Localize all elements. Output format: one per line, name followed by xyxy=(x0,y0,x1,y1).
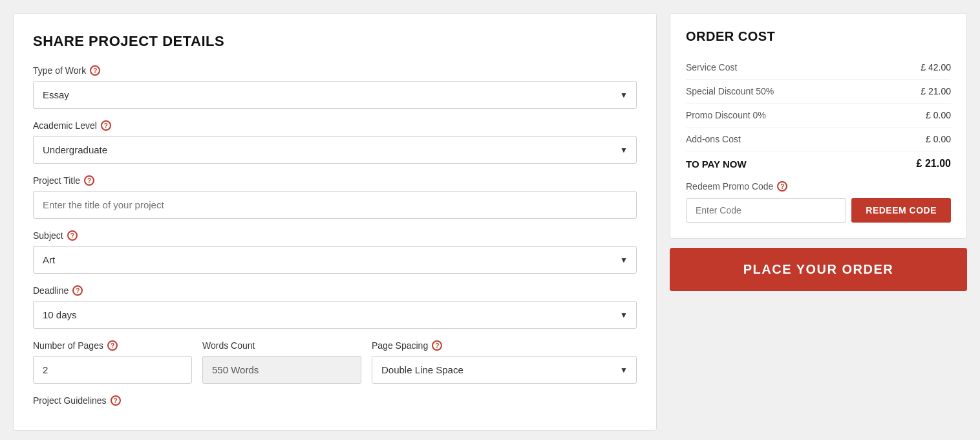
left-panel: SHARE PROJECT DETAILS Type of Work ? Ess… xyxy=(13,13,657,431)
number-of-pages-help-icon[interactable]: ? xyxy=(107,340,118,351)
type-of-work-group: Type of Work ? Essay Research Paper Diss… xyxy=(33,65,637,109)
page-spacing-select[interactable]: Double Line Space Single Line Space xyxy=(372,356,637,384)
deadline-label: Deadline ? xyxy=(33,285,637,296)
words-count-group: Words Count 550 Words xyxy=(202,340,361,384)
promo-help-icon[interactable]: ? xyxy=(777,181,787,192)
deadline-select[interactable]: 10 days 7 days 5 days 3 days 24 hours 12… xyxy=(33,301,637,329)
subject-select-wrapper: Art Biology Chemistry History Mathematic… xyxy=(33,246,637,274)
type-of-work-select[interactable]: Essay Research Paper Dissertation Course… xyxy=(33,81,637,109)
cost-label-service: Service Cost xyxy=(686,62,737,72)
project-title-group: Project Title ? xyxy=(33,175,637,219)
page-spacing-group: Page Spacing ? Double Line Space Single … xyxy=(372,340,637,384)
cost-value-service: £ 42.00 xyxy=(921,62,951,72)
cost-row-total: TO PAY NOW £ 21.00 xyxy=(686,151,951,170)
project-guidelines-group: Project Guidelines ? xyxy=(33,395,637,406)
project-title-label: Project Title ? xyxy=(33,175,637,186)
type-of-work-label: Type of Work ? xyxy=(33,65,637,76)
project-title-input[interactable] xyxy=(33,191,637,219)
words-count-label: Words Count xyxy=(202,340,361,351)
academic-level-help-icon[interactable]: ? xyxy=(101,120,111,131)
subject-label: Subject ? xyxy=(33,230,637,241)
deadline-help-icon[interactable]: ? xyxy=(72,285,83,296)
cost-label-addons: Add-ons Cost xyxy=(686,134,741,144)
cost-row-special-discount: Special Discount 50% £ 21.00 xyxy=(686,80,951,104)
number-of-pages-group: Number of Pages ? xyxy=(33,340,192,384)
academic-level-select-wrapper: Undergraduate High School Master's PhD xyxy=(33,136,637,164)
order-cost-title: ORDER COST xyxy=(686,29,951,44)
promo-code-input[interactable] xyxy=(686,198,846,223)
number-of-pages-label: Number of Pages ? xyxy=(33,340,192,351)
page-spacing-label: Page Spacing ? xyxy=(372,340,637,351)
subject-help-icon[interactable]: ? xyxy=(67,230,78,241)
page-spacing-select-wrapper: Double Line Space Single Line Space xyxy=(372,356,637,384)
deadline-select-wrapper: 10 days 7 days 5 days 3 days 24 hours 12… xyxy=(33,301,637,329)
cost-card: ORDER COST Service Cost £ 42.00 Special … xyxy=(670,13,967,239)
promo-row: REDEEM CODE xyxy=(686,198,951,223)
cost-row-service: Service Cost £ 42.00 xyxy=(686,56,951,80)
cost-value-total: £ 21.00 xyxy=(917,158,951,170)
academic-level-select[interactable]: Undergraduate High School Master's PhD xyxy=(33,136,637,164)
deadline-group: Deadline ? 10 days 7 days 5 days 3 days … xyxy=(33,285,637,329)
type-of-work-help-icon[interactable]: ? xyxy=(90,65,100,76)
redeem-code-button[interactable]: REDEEM CODE xyxy=(851,198,951,223)
project-guidelines-help-icon[interactable]: ? xyxy=(111,395,121,406)
words-count-display: 550 Words xyxy=(202,356,361,384)
subject-select[interactable]: Art Biology Chemistry History Mathematic… xyxy=(33,246,637,274)
number-of-pages-input[interactable] xyxy=(33,356,192,384)
page-spacing-help-icon[interactable]: ? xyxy=(432,340,442,351)
cost-label-promo-discount: Promo Discount 0% xyxy=(686,110,766,120)
right-panel: ORDER COST Service Cost £ 42.00 Special … xyxy=(670,13,967,431)
cost-row-promo-discount: Promo Discount 0% £ 0.00 xyxy=(686,104,951,127)
project-title-help-icon[interactable]: ? xyxy=(84,175,94,186)
section-title: SHARE PROJECT DETAILS xyxy=(33,33,637,50)
cost-value-addons: £ 0.00 xyxy=(926,134,951,144)
promo-label: Redeem Promo Code ? xyxy=(686,181,951,192)
project-guidelines-label: Project Guidelines ? xyxy=(33,395,637,406)
academic-level-label: Academic Level ? xyxy=(33,120,637,131)
cost-row-addons: Add-ons Cost £ 0.00 xyxy=(686,127,951,151)
academic-level-group: Academic Level ? Undergraduate High Scho… xyxy=(33,120,637,164)
bottom-fields: Number of Pages ? Words Count 550 Words … xyxy=(33,340,637,384)
place-order-button[interactable]: PLACE YOUR ORDER xyxy=(670,248,967,291)
cost-label-special-discount: Special Discount 50% xyxy=(686,86,774,96)
cost-value-promo-discount: £ 0.00 xyxy=(926,110,951,120)
promo-section: Redeem Promo Code ? REDEEM CODE xyxy=(686,181,951,223)
cost-value-special-discount: £ 21.00 xyxy=(921,86,951,96)
subject-group: Subject ? Art Biology Chemistry History … xyxy=(33,230,637,274)
type-of-work-select-wrapper: Essay Research Paper Dissertation Course… xyxy=(33,81,637,109)
cost-label-total: TO PAY NOW xyxy=(686,159,747,170)
